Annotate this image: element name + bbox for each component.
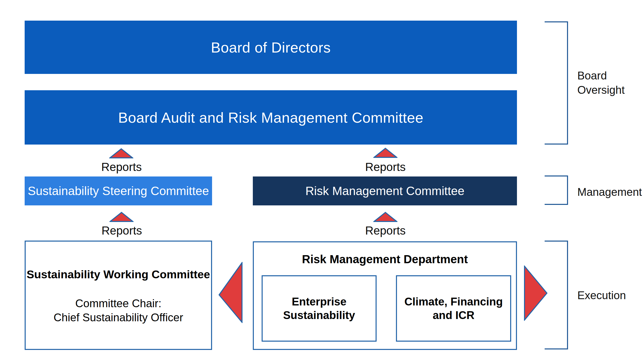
section-label-board-oversight: Board Oversight (577, 68, 644, 97)
box-risk-management-department: Risk Management Department Enterprise Su… (253, 241, 517, 350)
flow-arrow-left-icon (218, 262, 243, 323)
box-board-of-directors: Board of Directors (25, 21, 517, 74)
reports-label: Reports (97, 224, 147, 237)
flow-arrow-right-icon (524, 265, 548, 321)
bracket-execution (545, 241, 568, 349)
audit-risk-committee-label: Board Audit and Risk Management Committe… (118, 109, 423, 126)
box-sustainability-steering-committee: Sustainability Steering Committee (25, 176, 212, 205)
reports-label: Reports (360, 224, 411, 237)
risk-committee-label: Risk Management Committee (305, 184, 464, 198)
box-sustainability-working-committee: Sustainability Working Committee Committ… (25, 241, 212, 350)
risk-department-title: Risk Management Department (254, 252, 516, 266)
box-climate-financing-icr: Climate, Financing and ICR (396, 275, 511, 342)
reports-label: Reports (360, 160, 411, 174)
section-label-management: Management (577, 185, 644, 199)
section-label-execution: Execution (577, 288, 644, 302)
box-risk-management-committee: Risk Management Committee (253, 176, 517, 205)
reports-arrow-up-icon (373, 148, 397, 158)
box-audit-risk-committee: Board Audit and Risk Management Committe… (25, 90, 517, 145)
box-enterprise-sustainability: Enterprise Sustainability (262, 275, 377, 342)
working-committee-chair: Committee Chair: Chief Sustainability Of… (26, 296, 211, 325)
reports-arrow-up-icon (109, 212, 134, 222)
bracket-management (545, 175, 568, 205)
working-committee-title: Sustainability Working Committee (26, 268, 211, 281)
bracket-board-oversight (545, 21, 568, 145)
governance-org-chart: Board of Directors Board Audit and Risk … (0, 0, 644, 362)
reports-arrow-up-icon (373, 212, 397, 222)
reports-label: Reports (96, 160, 147, 174)
board-of-directors-label: Board of Directors (211, 39, 331, 56)
steering-committee-label: Sustainability Steering Committee (28, 184, 209, 198)
reports-arrow-up-icon (109, 148, 133, 159)
enterprise-sustainability-label: Enterprise Sustainability (283, 295, 355, 322)
climate-financing-icr-label: Climate, Financing and ICR (404, 295, 503, 322)
